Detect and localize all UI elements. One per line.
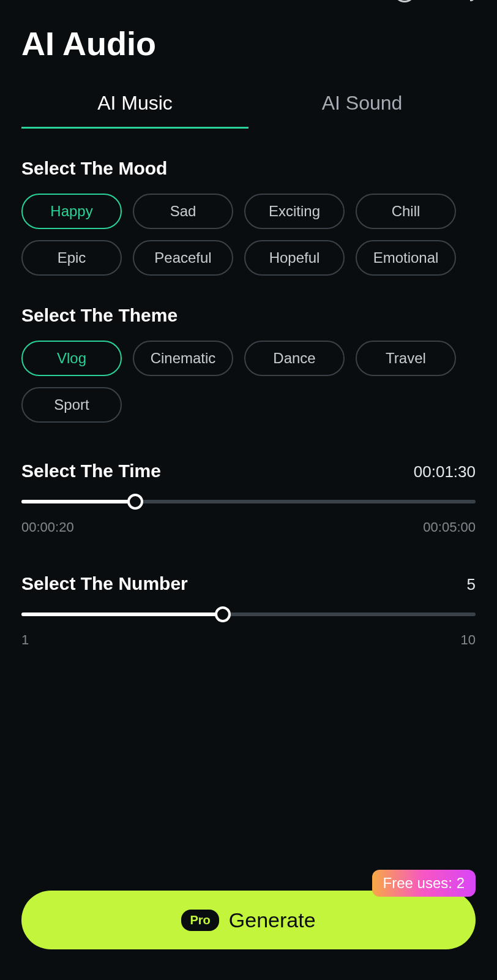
free-uses-badge: Free uses: 2 <box>372 870 476 897</box>
theme-title: Select The Theme <box>21 305 476 326</box>
time-min-label: 00:00:20 <box>21 519 74 535</box>
theme-chip-vlog[interactable]: Vlog <box>21 341 122 376</box>
mood-chip-emotional[interactable]: Emotional <box>356 240 456 276</box>
theme-chip-dance[interactable]: Dance <box>244 341 345 376</box>
number-value: 5 <box>467 575 476 594</box>
number-min-label: 1 <box>21 632 29 648</box>
history-label: History <box>422 0 479 2</box>
generate-button[interactable]: Pro Generate <box>21 891 476 949</box>
pro-badge: Pro <box>181 910 219 931</box>
page-title: AI Audio <box>0 0 497 81</box>
mood-chip-happy[interactable]: Happy <box>21 194 122 229</box>
number-section: Select The Number 5 1 10 <box>0 573 497 648</box>
history-button[interactable]: History <box>394 0 479 2</box>
tab-ai-music[interactable]: AI Music <box>21 81 248 129</box>
time-section: Select The Time 00:01:30 00:00:20 00:05:… <box>0 461 497 535</box>
time-title: Select The Time <box>21 461 161 481</box>
theme-chip-cinematic[interactable]: Cinematic <box>133 341 233 376</box>
tab-ai-sound[interactable]: AI Sound <box>248 81 476 129</box>
theme-chip-travel[interactable]: Travel <box>356 341 456 376</box>
tabs: AI Music AI Sound <box>0 81 497 129</box>
mood-chip-epic[interactable]: Epic <box>21 240 122 276</box>
theme-section: Select The Theme VlogCinematicDanceTrave… <box>0 305 497 423</box>
mood-chip-exciting[interactable]: Exciting <box>244 194 345 229</box>
mood-chip-peaceful[interactable]: Peaceful <box>133 240 233 276</box>
mood-title: Select The Mood <box>21 158 476 179</box>
mood-chip-sad[interactable]: Sad <box>133 194 233 229</box>
mood-chip-chill[interactable]: Chill <box>356 194 456 229</box>
mood-chip-hopeful[interactable]: Hopeful <box>244 240 345 276</box>
theme-chip-row: VlogCinematicDanceTravelSport <box>21 341 476 423</box>
number-max-label: 10 <box>461 632 476 648</box>
time-max-label: 00:05:00 <box>423 519 476 535</box>
clock-icon <box>394 0 416 2</box>
generate-label: Generate <box>229 908 316 932</box>
number-title: Select The Number <box>21 573 188 594</box>
time-slider[interactable] <box>21 494 476 510</box>
theme-chip-sport[interactable]: Sport <box>21 387 122 423</box>
time-value: 00:01:30 <box>414 462 476 481</box>
mood-chip-row: HappySadExcitingChillEpicPeacefulHopeful… <box>21 194 476 276</box>
mood-section: Select The Mood HappySadExcitingChillEpi… <box>0 158 497 276</box>
number-slider[interactable] <box>21 606 476 622</box>
